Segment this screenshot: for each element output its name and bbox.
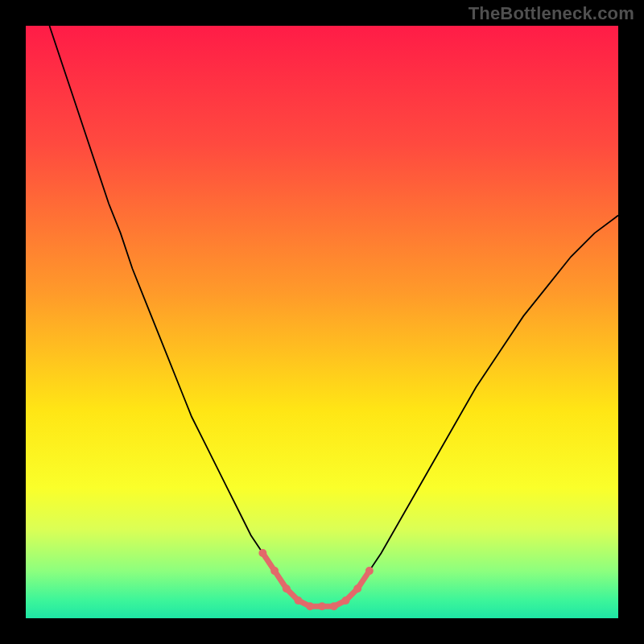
chart-svg xyxy=(26,26,618,618)
chart-background xyxy=(26,26,618,618)
marker-dot xyxy=(330,602,338,610)
marker-dot xyxy=(318,602,326,610)
marker-dot xyxy=(270,567,279,575)
marker-dot xyxy=(353,584,361,592)
marker-dot xyxy=(341,597,349,605)
chart-stage: TheBottleneck.com xyxy=(0,0,644,644)
marker-dot xyxy=(258,549,266,557)
watermark-text: TheBottleneck.com xyxy=(469,3,634,24)
marker-dot xyxy=(365,567,374,575)
marker-dot xyxy=(283,584,291,592)
marker-dot xyxy=(295,597,303,605)
marker-dot xyxy=(306,602,314,610)
